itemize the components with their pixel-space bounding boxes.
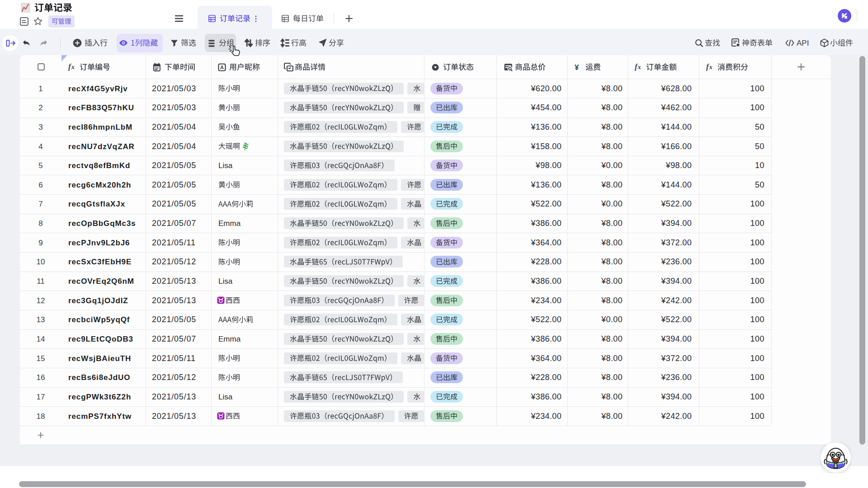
svg-text:A: A bbox=[220, 65, 224, 70]
